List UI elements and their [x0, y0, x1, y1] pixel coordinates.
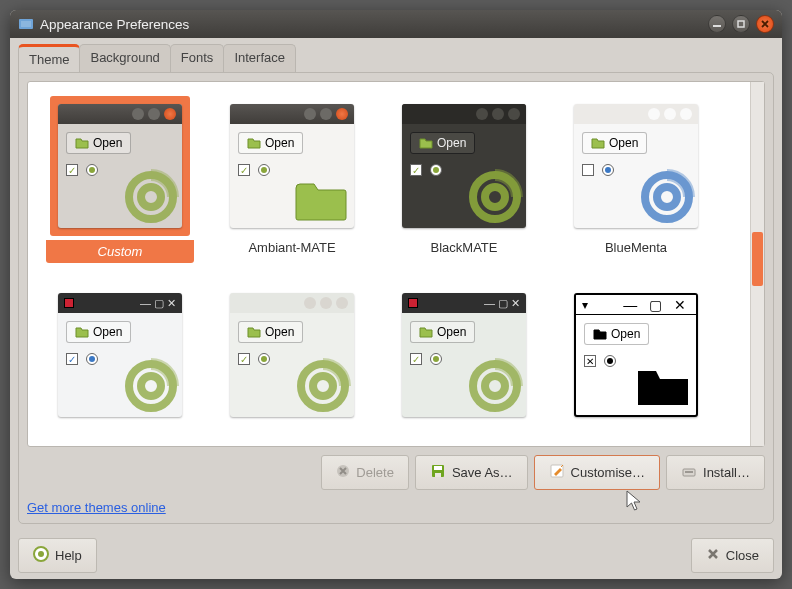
- delete-button: Delete: [321, 455, 409, 490]
- open-button-preview: Open: [66, 321, 131, 343]
- radio-preview: [430, 164, 442, 176]
- svg-rect-2: [713, 25, 721, 27]
- close-icon: [706, 547, 720, 564]
- theme-item-BlackMATE[interactable]: Open ✓ BlackMATE: [390, 96, 538, 263]
- theme-item-Custom[interactable]: Open ✓ Custom: [46, 96, 194, 263]
- folder-icon: [636, 365, 690, 409]
- svg-point-9: [657, 187, 677, 207]
- checkbox-preview: ✕: [584, 355, 596, 367]
- window-maximize-button[interactable]: [732, 15, 750, 33]
- swirl-icon: [466, 168, 524, 226]
- theme-item-row5[interactable]: Open ✓: [218, 285, 366, 429]
- theme-label: BlackMATE: [431, 240, 498, 255]
- checkbox-preview: ✓: [66, 353, 78, 365]
- swirl-icon: [122, 168, 180, 226]
- checkbox-preview: ✓: [410, 164, 422, 176]
- open-button-preview: Open: [66, 132, 131, 154]
- scrollbar-thumb[interactable]: [752, 232, 763, 286]
- window-title: Appearance Preferences: [40, 17, 189, 32]
- svg-rect-3: [738, 21, 744, 27]
- tab-theme[interactable]: Theme: [18, 44, 80, 72]
- folder-icon: [419, 326, 433, 338]
- drive-icon: [681, 463, 697, 482]
- theme-label: Custom: [46, 240, 194, 263]
- svg-point-7: [485, 187, 505, 207]
- tab-bar: Theme Background Fonts Interface: [18, 44, 774, 72]
- theme-label: Ambiant-MATE: [248, 240, 335, 255]
- open-button-preview: Open: [238, 132, 303, 154]
- folder-icon: [75, 137, 89, 149]
- theme-gallery-frame: Open ✓ Custom: [27, 81, 765, 447]
- folder-icon: [591, 137, 605, 149]
- folder-icon: [419, 137, 433, 149]
- radio-preview: [86, 353, 98, 365]
- theme-thumbnail: Open ✓: [50, 96, 190, 236]
- theme-thumbnail: Open ✓: [222, 285, 362, 425]
- svg-point-5: [141, 187, 161, 207]
- theme-tab-page: Open ✓ Custom: [18, 72, 774, 524]
- client-area: Theme Background Fonts Interface Open ✓: [10, 38, 782, 532]
- theme-thumbnail: Open: [566, 96, 706, 236]
- dialog-footer: Help Close: [10, 532, 782, 579]
- theme-item-Ambiant-MATE[interactable]: Open ✓ Ambiant-MATE: [218, 96, 366, 263]
- svg-rect-22: [685, 471, 693, 473]
- appearance-preferences-window: Appearance Preferences Theme Background …: [10, 10, 782, 579]
- folder-icon: [593, 328, 607, 340]
- theme-item-row4[interactable]: — ▢ ✕ Open ✓: [46, 285, 194, 429]
- theme-item-row7[interactable]: ▾— ▢ ✕ Open ✕: [562, 285, 710, 429]
- delete-icon: [336, 464, 350, 481]
- close-button[interactable]: Close: [691, 538, 774, 573]
- help-button[interactable]: Help: [18, 538, 97, 573]
- tab-interface[interactable]: Interface: [223, 44, 296, 72]
- radio-preview: [430, 353, 442, 365]
- folder-icon: [247, 137, 261, 149]
- radio-preview: [258, 164, 270, 176]
- checkbox-preview: ✓: [410, 353, 422, 365]
- checkbox-preview: [582, 164, 594, 176]
- window-minimize-button[interactable]: [708, 15, 726, 33]
- svg-point-15: [485, 376, 505, 396]
- help-icon: [33, 546, 49, 565]
- folder-icon: [75, 326, 89, 338]
- theme-thumbnail: — ▢ ✕ Open ✓: [50, 285, 190, 425]
- svg-point-11: [141, 376, 161, 396]
- titlebar[interactable]: Appearance Preferences: [10, 10, 782, 38]
- folder-icon: [294, 178, 348, 222]
- swirl-icon: [294, 357, 352, 415]
- checkbox-preview: ✓: [238, 353, 250, 365]
- svg-rect-19: [435, 473, 441, 477]
- radio-preview: [604, 355, 616, 367]
- theme-gallery[interactable]: Open ✓ Custom: [28, 82, 750, 446]
- window-close-button[interactable]: [756, 15, 774, 33]
- install-button[interactable]: Install…: [666, 455, 765, 490]
- open-button-preview: Open: [238, 321, 303, 343]
- theme-thumbnail: Open ✓: [394, 96, 534, 236]
- open-button-preview: Open: [582, 132, 647, 154]
- radio-preview: [86, 164, 98, 176]
- save-icon: [430, 463, 446, 482]
- theme-item-BlueMenta[interactable]: Open BlueMenta: [562, 96, 710, 263]
- checkbox-preview: ✓: [238, 164, 250, 176]
- get-more-themes-link[interactable]: Get more themes online: [27, 500, 765, 515]
- customise-button[interactable]: Customise…: [534, 455, 660, 490]
- checkbox-preview: ✓: [66, 164, 78, 176]
- tab-fonts[interactable]: Fonts: [170, 44, 225, 72]
- theme-label: BlueMenta: [605, 240, 667, 255]
- theme-thumbnail: ▾— ▢ ✕ Open ✕: [566, 285, 706, 425]
- theme-item-row6[interactable]: — ▢ ✕ Open ✓: [390, 285, 538, 429]
- svg-rect-18: [434, 466, 442, 470]
- swirl-icon: [638, 168, 696, 226]
- open-button-preview: Open: [410, 321, 475, 343]
- svg-point-24: [38, 551, 44, 557]
- edit-icon: [549, 463, 565, 482]
- svg-rect-1: [21, 21, 31, 27]
- open-button-preview: Open: [584, 323, 649, 345]
- gallery-scrollbar[interactable]: [750, 82, 764, 446]
- theme-thumbnail: Open ✓: [222, 96, 362, 236]
- radio-preview: [258, 353, 270, 365]
- folder-icon: [247, 326, 261, 338]
- save-as-button[interactable]: Save As…: [415, 455, 528, 490]
- radio-preview: [602, 164, 614, 176]
- svg-point-13: [313, 376, 333, 396]
- tab-background[interactable]: Background: [79, 44, 170, 72]
